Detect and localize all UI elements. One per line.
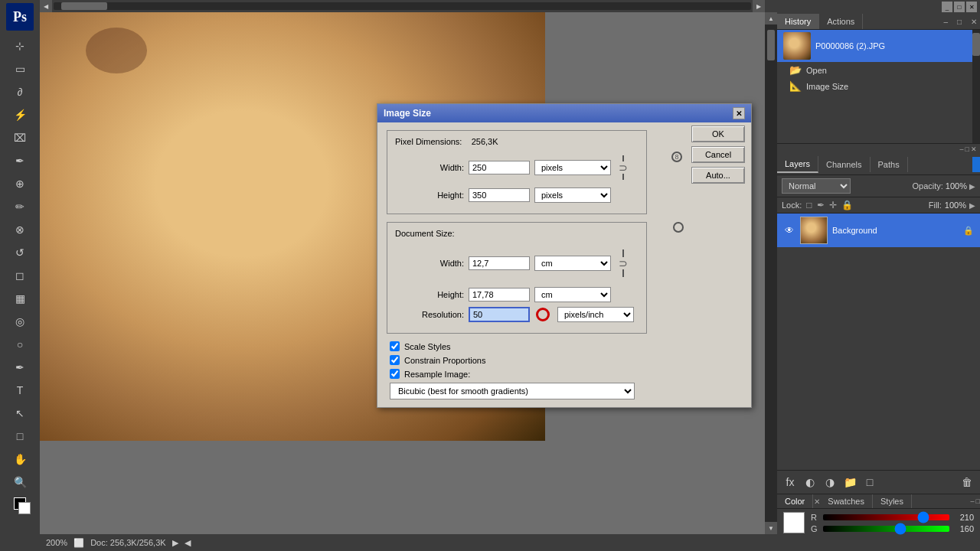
pixel-size: 256,3K xyxy=(472,137,498,146)
history-scrollbar xyxy=(972,30,980,143)
red-slider[interactable] xyxy=(823,514,949,520)
tab-styles[interactable]: Styles xyxy=(873,494,912,508)
history-item-open[interactable]: 📂 Open xyxy=(777,62,972,78)
resolution-unit-select[interactable]: pixels/inch pixels/cm xyxy=(557,307,634,322)
layer-lock-icon: 🔒 xyxy=(963,226,974,236)
lock-move-icon[interactable]: ✛ xyxy=(829,200,837,210)
history-brush-tool[interactable]: ↺ xyxy=(9,242,31,263)
fill-control: Fill: 100% ▶ xyxy=(929,201,975,210)
height-unit-select[interactable]: pixels percent xyxy=(534,187,611,203)
color-swatch[interactable] xyxy=(783,512,805,533)
green-label: G xyxy=(811,524,820,533)
app-logo: Ps xyxy=(6,3,34,31)
history-item-snapshot-label: P0000086 (2).JPG xyxy=(815,41,885,51)
history-panel-minimize[interactable]: – xyxy=(940,16,951,28)
lock-paint-icon[interactable]: ✒ xyxy=(817,200,825,210)
vertical-scrollbar[interactable]: ▲ ▼ xyxy=(765,12,777,534)
brush-tool[interactable]: ✏ xyxy=(9,196,31,217)
resolution-label: Resolution: xyxy=(395,310,464,319)
layers-minimize[interactable]: – xyxy=(960,145,964,153)
scroll-right-btn[interactable]: ▶ xyxy=(753,0,765,12)
layer-fx-button[interactable]: fx xyxy=(782,474,799,491)
layer-adjustment-button[interactable]: ◑ xyxy=(822,474,838,491)
pen-tool[interactable]: ✒ xyxy=(9,357,31,378)
new-layer-button[interactable]: □ xyxy=(861,474,878,491)
color-panel-tabs: Color ✕ Swatches Styles – □ xyxy=(777,494,980,509)
dialog-close-button[interactable]: ✕ xyxy=(733,107,745,119)
height-input[interactable] xyxy=(469,188,530,202)
crop-tool[interactable]: ⌧ xyxy=(9,127,31,148)
resample-checkbox[interactable] xyxy=(390,369,400,379)
maximize-btn[interactable]: □ xyxy=(954,2,965,12)
resolution-row: Resolution: pixels/inch pixels/cm xyxy=(395,307,639,322)
tab-swatches[interactable]: Swatches xyxy=(820,494,873,508)
minimize-btn[interactable]: _ xyxy=(942,2,952,12)
scrollbar-thumb-v xyxy=(767,30,775,60)
layer-eye-icon[interactable]: 👁 xyxy=(783,224,795,236)
window-controls: _ □ ✕ xyxy=(777,0,980,14)
layer-name: Background xyxy=(832,226,959,235)
color-maximize[interactable]: □ xyxy=(976,497,980,505)
move-tool[interactable]: ⊹ xyxy=(9,35,31,57)
scroll-down-btn[interactable]: ▼ xyxy=(765,522,777,534)
healing-tool[interactable]: ⊕ xyxy=(9,173,31,194)
constrain-proportions-checkbox[interactable] xyxy=(390,355,400,365)
blur-tool[interactable]: ◎ xyxy=(9,311,31,332)
foreground-bg-color[interactable] xyxy=(9,494,31,516)
path-selection-tool[interactable]: ↖ xyxy=(9,403,31,424)
lock-all-icon[interactable]: 🔒 xyxy=(841,200,853,210)
history-panel-close[interactable]: ✕ xyxy=(968,16,980,28)
green-slider[interactable] xyxy=(823,526,949,532)
tab-color[interactable]: Color xyxy=(777,494,813,508)
ok-button[interactable]: OK xyxy=(691,126,745,142)
doc-height-unit-select[interactable]: cm inches mm xyxy=(534,287,611,302)
layer-group-button[interactable]: 📁 xyxy=(841,474,858,491)
dodge-tool[interactable]: ○ xyxy=(9,334,31,355)
tab-history[interactable]: History xyxy=(777,14,819,29)
doc-width-input[interactable] xyxy=(469,256,530,270)
shape-tool[interactable]: □ xyxy=(9,425,31,447)
zoom-tool[interactable]: 🔍 xyxy=(9,471,31,493)
scroll-left-btn[interactable]: ◀ xyxy=(40,0,52,12)
resample-method-select[interactable]: Bicubic (best for smooth gradients) Bili… xyxy=(390,383,635,399)
hand-tool[interactable]: ✋ xyxy=(9,448,31,470)
clone-tool[interactable]: ⊗ xyxy=(9,219,31,240)
layer-mask-button[interactable]: ◐ xyxy=(802,474,818,491)
fill-arrow[interactable]: ▶ xyxy=(969,201,975,210)
delete-layer-button[interactable]: 🗑 xyxy=(959,474,975,491)
tab-layers[interactable]: Layers xyxy=(777,156,818,173)
layer-background[interactable]: 👁 Background 🔒 xyxy=(777,214,980,247)
layers-close[interactable]: ✕ xyxy=(971,145,977,153)
tab-paths[interactable]: Paths xyxy=(871,157,908,172)
lasso-tool[interactable]: ∂ xyxy=(9,81,31,103)
blend-mode-select[interactable]: Normal Multiply Screen Overlay xyxy=(782,178,851,194)
auto-button[interactable]: Auto... xyxy=(691,167,745,184)
marquee-tool[interactable]: ▭ xyxy=(9,58,31,80)
text-tool[interactable]: T xyxy=(9,380,31,401)
eraser-tool[interactable]: ◻ xyxy=(9,265,31,286)
scroll-up-btn[interactable]: ▲ xyxy=(765,12,777,24)
color-minimize[interactable]: – xyxy=(971,497,975,505)
scale-styles-checkbox[interactable] xyxy=(390,341,400,351)
eyedropper-tool[interactable]: ✒ xyxy=(9,150,31,171)
layers-maximize[interactable]: □ xyxy=(965,145,969,153)
color-tab-close[interactable]: ✕ xyxy=(814,497,820,506)
history-item-snapshot[interactable]: P0000086 (2).JPG xyxy=(777,30,972,62)
tab-channels[interactable]: Channels xyxy=(818,157,870,172)
width-input[interactable] xyxy=(469,161,530,174)
constrain-proportions-label: Constrain Proportions xyxy=(404,356,485,365)
tab-actions[interactable]: Actions xyxy=(819,14,863,29)
doc-height-input[interactable] xyxy=(469,288,530,302)
history-item-imagesize[interactable]: 📐 Image Size xyxy=(777,78,972,94)
width-unit-select[interactable]: pixels percent xyxy=(534,160,611,175)
magic-wand-tool[interactable]: ⚡ xyxy=(9,104,31,126)
lock-transparency-icon[interactable]: □ xyxy=(806,200,812,210)
resolution-input[interactable] xyxy=(469,307,530,322)
history-panel-maximize[interactable]: □ xyxy=(954,16,965,28)
gradient-tool[interactable]: ▦ xyxy=(9,288,31,309)
close-btn[interactable]: ✕ xyxy=(966,2,977,12)
cancel-button[interactable]: Cancel xyxy=(691,146,745,163)
opacity-arrow[interactable]: ▶ xyxy=(969,182,975,191)
lock-row: Lock: □ ✒ ✛ 🔒 Fill: 100% ▶ xyxy=(777,197,980,214)
doc-width-unit-select[interactable]: cm inches mm xyxy=(534,256,611,271)
